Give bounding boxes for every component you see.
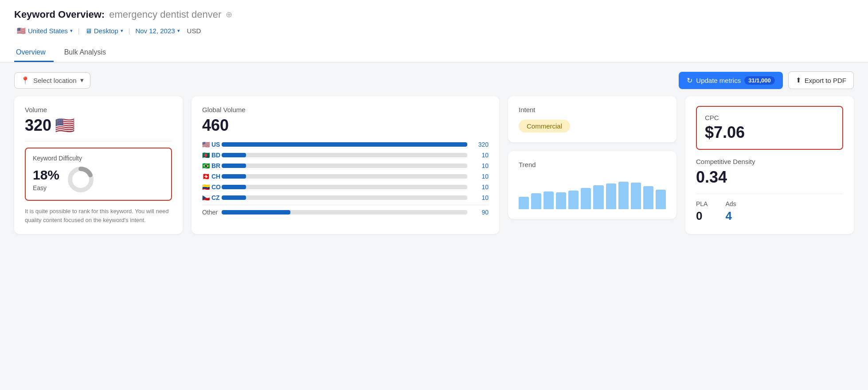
meta-sep-2: |: [129, 27, 130, 35]
ads-value: 4: [725, 209, 736, 223]
volume-flag: 🇺🇸: [55, 116, 75, 135]
cpc-cd-card: CPC $7.06 Competitive Density 0.34 PLA 0…: [685, 96, 854, 234]
gv-bar-fill-bd: [222, 153, 246, 157]
ads-label: Ads: [725, 200, 736, 207]
cd-value: 0.34: [696, 168, 843, 187]
tab-bar: Overview Bulk Analysis: [14, 44, 854, 62]
date-label: Nov 12, 2023: [135, 27, 175, 35]
gv-other-label: Other: [202, 209, 218, 216]
gv-bar-bg-ch: [222, 174, 467, 179]
location-label: United States: [28, 27, 68, 35]
intent-badge: Commercial: [519, 120, 570, 133]
gv-bar-fill-br: [222, 164, 246, 168]
trend-bar-3: [543, 191, 554, 209]
gv-bar-fill-cz: [222, 195, 246, 200]
gv-bar-bg-bd: [222, 153, 467, 157]
kd-rating: Easy: [33, 184, 59, 191]
global-volume-card: Global Volume 460 🇺🇸 US 320 🇧🇩 BD: [192, 96, 499, 234]
kd-label: Keyword Difficulty: [33, 155, 164, 162]
trend-bar-8: [606, 183, 616, 209]
update-counter-badge: 31/1,000: [744, 76, 775, 85]
kd-description: It is quite possible to rank for this ke…: [25, 207, 172, 224]
gv-bar-bg-co: [222, 185, 467, 189]
location-flag: 🇺🇸: [17, 27, 26, 35]
keyword-difficulty-box: Keyword Difficulty 18% Easy: [25, 148, 172, 201]
gv-other-row: Other 90: [202, 205, 489, 216]
export-pdf-button[interactable]: ⬆ Export to PDF: [788, 71, 854, 89]
gv-count-bd: 10: [471, 152, 489, 159]
kd-percent: 18%: [33, 168, 59, 183]
trend-label: Trend: [519, 161, 666, 168]
gv-count-co: 10: [471, 183, 489, 191]
trend-card: Trend: [508, 151, 676, 219]
date-chevron-icon: ▾: [177, 28, 180, 34]
toolbar-right: ↻ Update metrics 31/1,000 ⬆ Export to PD…: [679, 71, 854, 89]
page-title-label: Keyword Overview:: [14, 9, 105, 20]
gv-row-bd: 🇧🇩 BD 10: [202, 152, 489, 159]
device-icon: 🖥: [85, 27, 92, 35]
trend-bar-6: [581, 188, 591, 209]
location-chevron-icon: ▾: [70, 28, 73, 34]
volume-value: 320 🇺🇸: [25, 116, 172, 135]
trend-bar-12: [656, 190, 666, 209]
device-label: Desktop: [94, 27, 118, 35]
volume-label: Volume: [25, 106, 172, 113]
trend-bar-7: [593, 185, 603, 209]
toolbar: 📍 Select location ▾ ↻ Update metrics 31/…: [14, 71, 854, 89]
trend-bar-11: [643, 186, 653, 209]
flag-br: 🇧🇷: [202, 162, 210, 169]
cd-label: Competitive Density: [696, 158, 843, 165]
kd-value-row: 18% Easy: [33, 165, 164, 194]
header-meta: 🇺🇸 United States ▾ | 🖥 Desktop ▾ | Nov 1…: [14, 25, 854, 37]
intent-label: Intent: [519, 106, 666, 113]
volume-divider: [25, 141, 172, 141]
flag-co: 🇨🇴: [202, 183, 210, 191]
export-label: Export to PDF: [805, 77, 846, 84]
gv-country-cz: 🇨🇿 CZ: [202, 194, 218, 201]
cards-grid: Volume 320 🇺🇸 Keyword Difficulty 18% Eas…: [14, 96, 854, 234]
gv-count-us: 320: [471, 141, 489, 148]
gv-country-br: 🇧🇷 BR: [202, 162, 218, 169]
device-selector[interactable]: 🖥 Desktop ▾: [82, 25, 126, 36]
gv-row-us: 🇺🇸 US 320: [202, 141, 489, 148]
select-location-dropdown[interactable]: 📍 Select location ▾: [14, 72, 90, 89]
flag-bd: 🇧🇩: [202, 152, 210, 159]
cpc-label: CPC: [705, 114, 834, 121]
trend-bar-4: [556, 192, 566, 209]
gv-bar-fill-co: [222, 185, 246, 189]
add-keyword-icon[interactable]: ⊕: [226, 10, 232, 20]
trend-bar-1: [519, 197, 529, 209]
tab-overview[interactable]: Overview: [14, 44, 54, 62]
global-volume-label: Global Volume: [202, 106, 489, 113]
gv-bar-fill-ch: [222, 174, 246, 179]
select-location-label: Select location: [33, 77, 77, 84]
gv-country-bd: 🇧🇩 BD: [202, 152, 218, 159]
gv-other-bar-bg: [222, 210, 467, 214]
flag-ch: 🇨🇭: [202, 173, 210, 180]
update-metrics-button[interactable]: ↻ Update metrics 31/1,000: [679, 72, 782, 89]
tab-bulk-analysis[interactable]: Bulk Analysis: [63, 44, 114, 62]
location-pin-icon: 📍: [21, 76, 30, 85]
export-icon: ⬆: [796, 76, 802, 84]
trend-bar-10: [631, 183, 641, 209]
trend-bar-2: [531, 193, 541, 209]
update-metrics-label: Update metrics: [696, 77, 741, 84]
gv-row-co: 🇨🇴 CO 10: [202, 183, 489, 191]
gv-other-count: 90: [471, 209, 489, 216]
gv-row-cz: 🇨🇿 CZ 10: [202, 194, 489, 201]
gv-row-br: 🇧🇷 BR 10: [202, 162, 489, 169]
intent-card: Intent Commercial: [508, 96, 676, 142]
gv-count-ch: 10: [471, 173, 489, 180]
location-selector[interactable]: 🇺🇸 United States ▾: [14, 25, 75, 37]
page-title-keyword: emergency dentist denver: [109, 9, 221, 20]
trend-bar-chart: [519, 174, 666, 209]
gv-count-br: 10: [471, 162, 489, 169]
gv-row-ch: 🇨🇭 CH 10: [202, 173, 489, 180]
meta-sep-1: |: [78, 27, 80, 35]
intent-trend-column: Intent Commercial Trend: [508, 96, 676, 234]
date-selector[interactable]: Nov 12, 2023 ▾: [133, 25, 182, 36]
currency-label: USD: [187, 27, 201, 35]
flag-cz: 🇨🇿: [202, 194, 210, 201]
pla-value: 0: [696, 209, 708, 223]
cpc-value: $7.06: [705, 123, 834, 142]
